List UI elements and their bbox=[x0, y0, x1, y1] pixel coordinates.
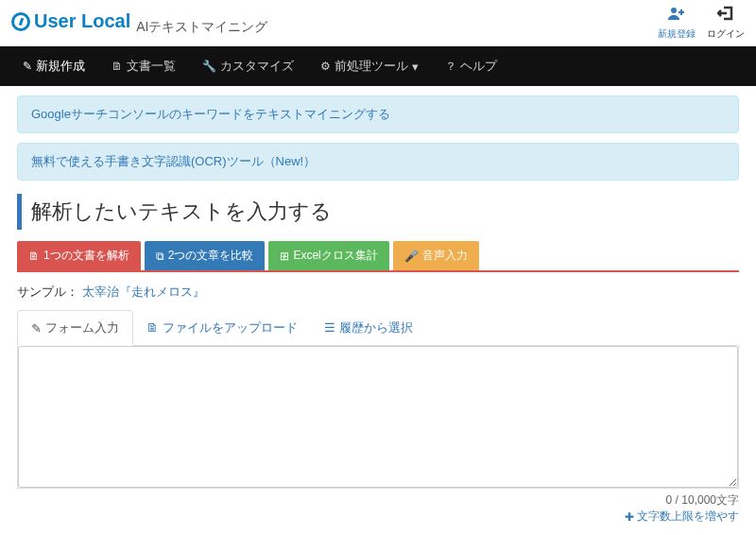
below-area: 0 / 10,000文字 ✚ 文字数上限を増やす bbox=[17, 492, 739, 525]
signup-label: 新規登録 bbox=[658, 27, 696, 41]
pencil-icon: ✎ bbox=[23, 60, 32, 73]
input-tab-form[interactable]: ✎フォーム入力 bbox=[17, 310, 133, 346]
action-tabs: 🗎1つの文書を解析 ⧉2つの文章を比較 ⊞Excelクロス集計 🎤音声入力 bbox=[17, 241, 739, 272]
copy-icon: ⧉ bbox=[156, 250, 164, 263]
nav-preprocess[interactable]: ⚙前処理ツール ▾ bbox=[307, 46, 432, 86]
tab-voice[interactable]: 🎤音声入力 bbox=[393, 241, 479, 270]
table-icon: ⊞ bbox=[280, 250, 289, 263]
tab-excel[interactable]: ⊞Excelクロス集計 bbox=[268, 241, 388, 270]
header-right: 新規登録 ログイン bbox=[658, 6, 745, 41]
logo-area: User Local AIテキストマイニング bbox=[11, 10, 268, 36]
wrench-icon: 🔧 bbox=[202, 60, 216, 73]
input-tab-upload[interactable]: 🗎ファイルをアップロード bbox=[133, 310, 311, 345]
login-icon bbox=[717, 6, 734, 26]
sample-line: サンプル： 太宰治『走れメロス』 bbox=[17, 284, 739, 301]
login-label: ログイン bbox=[707, 27, 745, 41]
text-input[interactable] bbox=[18, 346, 738, 488]
mic-icon: 🎤 bbox=[404, 250, 419, 263]
edit-icon: ✎ bbox=[31, 321, 42, 336]
svg-point-0 bbox=[671, 8, 677, 13]
logo[interactable]: User Local bbox=[11, 10, 130, 32]
logo-icon bbox=[11, 12, 30, 31]
sample-link[interactable]: 太宰治『走れメロス』 bbox=[82, 285, 205, 299]
nav-customize[interactable]: 🔧カスタマイズ bbox=[189, 46, 307, 86]
file-icon: 🗎 bbox=[28, 250, 40, 263]
input-tab-history[interactable]: ☰履歴から選択 bbox=[311, 310, 426, 345]
alert-search-console[interactable]: Googleサーチコンソールのキーワードをテキストマイニングする bbox=[17, 95, 739, 133]
input-tabs: ✎フォーム入力 🗎ファイルをアップロード ☰履歴から選択 bbox=[17, 310, 739, 346]
increase-limit-link[interactable]: ✚ 文字数上限を増やす bbox=[625, 509, 739, 525]
file-icon: 🗎 bbox=[146, 320, 159, 335]
user-plus-icon bbox=[667, 6, 686, 26]
navbar: ✎新規作成 🗎文書一覧 🔧カスタマイズ ⚙前処理ツール ▾ ？ヘルプ bbox=[0, 46, 756, 86]
logo-text: User Local bbox=[34, 10, 130, 32]
document-icon: 🗎 bbox=[112, 60, 123, 73]
char-counter: 0 / 10,000文字 bbox=[17, 492, 739, 509]
logo-subtitle: AIテキストマイニング bbox=[136, 19, 267, 36]
tab-compare[interactable]: ⧉2つの文章を比較 bbox=[145, 241, 266, 270]
gear-icon: ⚙ bbox=[320, 60, 331, 73]
main-container: Googleサーチコンソールのキーワードをテキストマイニングする 無料で使える手… bbox=[0, 86, 756, 535]
sample-label: サンプル： bbox=[17, 285, 82, 299]
header: User Local AIテキストマイニング 新規登録 ログイン bbox=[0, 0, 756, 46]
page-title: 解析したいテキストを入力する bbox=[17, 194, 739, 230]
nav-list[interactable]: 🗎文書一覧 bbox=[98, 46, 189, 86]
list-icon: ☰ bbox=[324, 320, 335, 335]
chevron-down-icon: ▾ bbox=[412, 60, 419, 74]
nav-new[interactable]: ✎新規作成 bbox=[9, 46, 98, 86]
textarea-wrap bbox=[17, 346, 739, 489]
login-link[interactable]: ログイン bbox=[707, 6, 745, 41]
question-icon: ？ bbox=[445, 59, 456, 75]
signup-link[interactable]: 新規登録 bbox=[658, 6, 696, 41]
plus-icon: ✚ bbox=[625, 510, 634, 524]
tab-one-doc[interactable]: 🗎1つの文書を解析 bbox=[17, 241, 141, 270]
nav-help[interactable]: ？ヘルプ bbox=[432, 46, 510, 86]
alert-ocr[interactable]: 無料で使える手書き文字認識(OCR)ツール（New!） bbox=[17, 143, 739, 181]
